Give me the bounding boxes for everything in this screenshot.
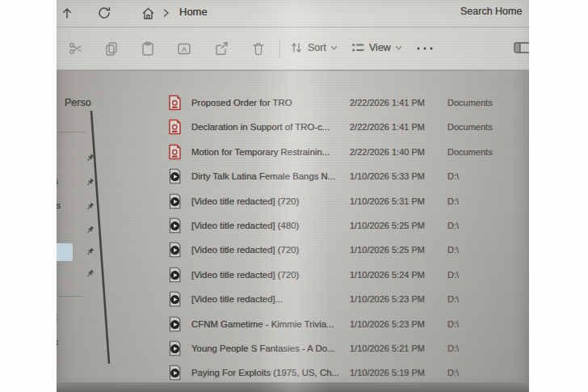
video-file-icon [168, 365, 182, 381]
rename-button[interactable]: A [176, 40, 192, 57]
sidebar-item-label: ts [57, 176, 58, 186]
file-row[interactable]: Dirty Talk Latina Female Bangs N... 1/10… [160, 165, 529, 189]
file-list: Proposed Order for TRO 2/22/2026 1:41 PM… [160, 91, 529, 386]
up-button[interactable] [60, 6, 74, 20]
sidebar-section-label[interactable]: Perso [65, 97, 91, 108]
rename-icon: A [176, 40, 192, 57]
navigation-bar: Home Search Home [57, 0, 529, 27]
file-date-modified: 1/10/2026 5:33 PM [350, 171, 425, 181]
video-file-icon [168, 316, 182, 332]
file-date-modified: 1/10/2026 5:25 PM [350, 221, 425, 230]
more-ellipsis-icon [415, 45, 435, 52]
breadcrumb[interactable]: Home [179, 6, 208, 18]
file-name: [Video title redacted] (720) [191, 270, 299, 280]
details-pane-button[interactable] [514, 41, 529, 54]
video-file-icon [168, 267, 182, 283]
file-date-modified: 2/22/2026 1:40 PM [350, 147, 425, 157]
video-file-icon [168, 291, 182, 307]
file-date-modified: 2/22/2026 1:41 PM [350, 122, 425, 132]
screen-bottom-edge [57, 382, 529, 392]
pin-icon [86, 202, 94, 211]
sidebar-divider [57, 296, 82, 297]
file-row[interactable]: [Video title redacted] (720) 1/10/2026 5… [160, 190, 529, 214]
copy-button[interactable] [103, 40, 120, 57]
file-location: Documents [447, 98, 493, 107]
command-toolbar: A Sort View [57, 27, 529, 70]
pin-icon [86, 269, 94, 278]
refresh-button[interactable] [97, 6, 111, 20]
svg-text:A: A [182, 45, 187, 53]
delete-button[interactable] [250, 40, 267, 57]
video-file-icon [168, 340, 182, 356]
sidebar-item[interactable] [57, 150, 99, 167]
file-location: D:\ [447, 294, 459, 304]
sort-label: Sort [308, 42, 326, 53]
video-file-icon [168, 242, 182, 258]
file-row[interactable]: Proposed Order for TRO 2/22/2026 1:41 PM… [160, 91, 529, 116]
sidebar-item[interactable]: rk [57, 335, 99, 352]
more-options-button[interactable] [415, 45, 435, 52]
file-name: Young People S Fantasies - A Do... [191, 344, 335, 353]
file-name: CFNM Gametime - Kimmie Trivia... [191, 319, 334, 329]
video-file-icon [168, 267, 182, 283]
file-row[interactable]: [Video title redacted] (720) 1/10/2026 5… [160, 238, 529, 263]
video-file-icon [168, 291, 182, 307]
video-file-icon [168, 193, 182, 209]
sidebar-item-label: ds [57, 200, 61, 210]
file-location: D:\ [447, 344, 459, 353]
sidebar-item[interactable] [57, 243, 99, 261]
pdf-file-icon [168, 95, 182, 111]
file-location: D:\ [447, 221, 459, 230]
sidebar-item[interactable]: C [57, 310, 99, 328]
sidebar-item[interactable] [57, 265, 99, 283]
sidebar-item[interactable] [57, 221, 99, 239]
pin-icon [86, 247, 94, 256]
toolbar-divider [279, 39, 280, 58]
chevron-down-icon [395, 45, 402, 51]
file-row[interactable]: Declaration in Support of TRO-c... 2/22/… [160, 116, 529, 140]
pin-icon [86, 178, 94, 187]
file-row[interactable]: [Video title redacted]... 1/10/2026 5:23… [160, 288, 529, 312]
file-date-modified: 1/10/2026 5:23 PM [350, 294, 425, 304]
file-row[interactable]: Young People S Fantasies - A Do... 1/10/… [160, 337, 529, 361]
file-row[interactable]: [Video title redacted] (480) 1/10/2026 5… [160, 214, 529, 238]
sidebar-item[interactable]: ts [57, 174, 99, 192]
view-button[interactable]: View [351, 40, 402, 55]
file-location: D:\ [447, 270, 459, 280]
cut-icon [68, 40, 84, 57]
sort-button[interactable]: Sort [289, 40, 338, 55]
video-file-icon [168, 168, 182, 184]
sidebar-item-label: C [57, 313, 57, 322]
video-file-icon [168, 217, 182, 234]
sidebar-item-label: rk [57, 337, 59, 347]
file-date-modified: 1/10/2026 5:21 PM [350, 344, 425, 353]
file-explorer-window: Home Search Home A [57, 0, 529, 392]
sidebar-item[interactable]: ds [57, 198, 99, 216]
pin-icon [86, 226, 94, 234]
file-location: D:\ [447, 171, 459, 181]
chevron-down-icon [330, 45, 338, 51]
share-icon [213, 40, 229, 57]
file-name: Dirty Talk Latina Female Bangs N... [191, 171, 335, 181]
file-name: [Video title redacted] (480) [191, 221, 299, 230]
trash-icon [250, 40, 267, 57]
paste-button[interactable] [140, 40, 156, 57]
up-arrow-icon [60, 6, 74, 20]
pdf-file-icon [168, 119, 182, 135]
cut-button[interactable] [68, 40, 84, 57]
pin-icon [86, 154, 94, 162]
search-input[interactable]: Search Home [460, 6, 522, 17]
file-location: D:\ [447, 245, 459, 255]
file-location: Documents [447, 122, 493, 132]
breadcrumb-home-button[interactable] [141, 6, 156, 21]
file-row[interactable]: CFNM Gametime - Kimmie Trivia... 1/10/20… [160, 313, 529, 337]
pdf-file-icon [168, 119, 182, 135]
file-name: [Video title redacted] (720) [191, 196, 299, 206]
file-date-modified: 2/22/2026 1:41 PM [350, 98, 425, 107]
file-row[interactable]: [Video title redacted] (720) 1/10/2026 5… [160, 263, 529, 288]
file-name: [Video title redacted] (720) [191, 245, 299, 255]
file-name: Declaration in Support of TRO-c... [191, 122, 330, 132]
share-button[interactable] [213, 40, 229, 57]
file-row[interactable]: Motion for Temporary Restrainin... 2/22/… [160, 141, 529, 165]
refresh-icon [97, 6, 111, 20]
